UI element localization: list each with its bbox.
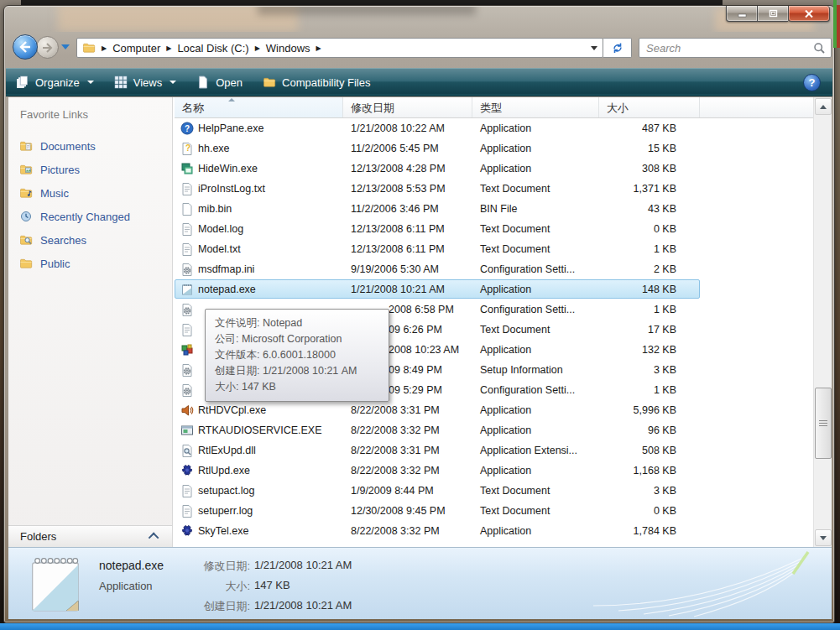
- file-name: Model.txt: [198, 243, 241, 255]
- refresh-button[interactable]: [603, 38, 632, 58]
- folders-expander[interactable]: Folders: [8, 525, 172, 547]
- column-header-4[interactable]: 大小: [599, 97, 700, 117]
- config-icon: [180, 383, 194, 397]
- file-row-rtkaudioservice-exe[interactable]: RTKAUDIOSERVICE.EXE8/22/2008 3:32 PMAppl…: [175, 420, 813, 440]
- file-row-mib-bin[interactable]: mib.bin11/2/2006 3:46 PMBIN File43 KB: [175, 199, 813, 219]
- file-date-cell: 12/13/2008 6:11 PM: [343, 223, 472, 235]
- file-row-notepad-exe[interactable]: notepad.exe1/21/2008 10:21 AMApplication…: [175, 279, 813, 299]
- blankdoc-icon: [180, 202, 194, 216]
- recent-pages-dropdown[interactable]: [61, 44, 70, 49]
- sidebar-item-recently-changed[interactable]: Recently Changed: [8, 205, 172, 228]
- forward-button[interactable]: [36, 36, 59, 59]
- forward-arrow-icon: [42, 43, 54, 53]
- file-type-cell: Text Document: [472, 183, 599, 195]
- file-name-cell: Model.txt: [175, 242, 343, 256]
- column-header-2[interactable]: 修改日期: [343, 97, 472, 117]
- file-row-rtlupd-exe[interactable]: RtlUpd.exe8/22/2008 3:32 PMApplication1,…: [175, 461, 813, 481]
- file-row-helppane-exe[interactable]: HelpPane.exe1/21/2008 10:22 AMApplicatio…: [175, 118, 813, 138]
- column-header-1[interactable]: 名称: [175, 97, 343, 117]
- column-header-label: 修改日期: [351, 102, 394, 114]
- folder-icon: [82, 41, 96, 55]
- file-row-model-log[interactable]: Model.log12/13/2008 6:11 PMText Document…: [175, 219, 813, 239]
- s-doc-icon: [19, 139, 33, 153]
- breadcrumb-item-windows[interactable]: Windows: [266, 42, 310, 55]
- favorite-links-title: Favorite Links: [8, 97, 172, 121]
- docq-icon: [180, 142, 194, 155]
- file-type-cell: Configuration Setti...: [472, 304, 599, 315]
- search-input[interactable]: [639, 42, 813, 55]
- tooltip-line: 公司: Microsoft Corporation: [215, 331, 379, 347]
- hidewin-icon: [180, 162, 194, 175]
- file-size-cell: 1,784 KB: [599, 525, 700, 537]
- file-row-skytel-exe[interactable]: SkyTel.exe8/22/2008 3:32 PMApplication1,…: [175, 521, 813, 541]
- thumb-grip: [819, 420, 827, 421]
- textdoc-icon: [180, 182, 194, 195]
- toolbar-button-views[interactable]: Views: [104, 69, 186, 96]
- file-row-setuperr-log[interactable]: setuperr.log12/30/2008 9:45 PMText Docum…: [175, 501, 813, 521]
- column-header-label: 大小: [607, 102, 629, 114]
- file-row-rtlexupd-dll[interactable]: RtlExUpd.dll8/22/2008 3:31 PMApplication…: [175, 440, 813, 461]
- close-button[interactable]: [788, 6, 830, 22]
- address-dropdown-icon[interactable]: [591, 46, 597, 50]
- title-bar[interactable]: [6, 7, 832, 32]
- back-button[interactable]: [13, 34, 38, 60]
- toolbar-button-open[interactable]: Open: [186, 69, 253, 96]
- details-field-value: 147 KB: [254, 579, 352, 594]
- file-type-cell: Text Document: [472, 243, 599, 255]
- sidebar-item-pictures[interactable]: Pictures: [8, 158, 172, 181]
- config-icon: [180, 363, 194, 377]
- file-name: notepad.exe: [198, 284, 256, 295]
- maximize-icon: [769, 9, 778, 18]
- file-type-cell: Application: [472, 143, 599, 154]
- sidebar-item-documents[interactable]: Documents: [8, 134, 172, 158]
- help-icon: [180, 122, 194, 135]
- search-icon[interactable]: [813, 42, 826, 55]
- scroll-up-button[interactable]: [815, 98, 832, 115]
- thumb-grip: [819, 425, 827, 426]
- file-type-cell: Text Document: [472, 485, 599, 497]
- scrollbar-thumb[interactable]: [815, 388, 832, 459]
- command-toolbar: OrganizeViewsOpenCompatibility Files ?: [6, 68, 832, 96]
- file-size-cell: 3 KB: [599, 485, 700, 497]
- column-header-filler: [700, 97, 813, 117]
- minimize-button[interactable]: [726, 6, 758, 22]
- toolbar-button-organize[interactable]: Organize: [6, 69, 104, 96]
- file-name-cell: msdfmap.ini: [175, 263, 343, 276]
- help-button[interactable]: ?: [803, 74, 821, 91]
- column-headers: 名称修改日期类型大小: [175, 97, 813, 118]
- file-name: RtHDVCpl.exe: [198, 404, 266, 416]
- file-name: HideWin.exe: [198, 163, 258, 174]
- maximize-button[interactable]: [758, 6, 788, 22]
- file-name-cell: RtHDVCpl.exe: [175, 404, 343, 417]
- file-row-model-txt[interactable]: Model.txt12/13/2008 6:11 PMText Document…: [175, 239, 813, 259]
- chevron-down-icon: [87, 81, 94, 84]
- file-type-cell: Application: [472, 163, 599, 174]
- textdoc-icon: [180, 323, 194, 336]
- organize-icon: [16, 75, 29, 89]
- file-row-rthdvcpl-exe[interactable]: RtHDVCpl.exe8/22/2008 3:31 PMApplication…: [175, 400, 813, 420]
- scroll-down-button[interactable]: [815, 529, 832, 546]
- details-field-label: 修改日期:: [176, 559, 250, 574]
- file-row-iproinstlog-txt[interactable]: iProInstLog.txt12/13/2008 5:53 PMText Do…: [175, 179, 813, 199]
- sidebar-item-searches[interactable]: Searches: [8, 228, 172, 252]
- vertical-scrollbar[interactable]: [813, 97, 832, 547]
- file-row-hidewin-exe[interactable]: HideWin.exe12/13/2008 4:28 PMApplication…: [175, 159, 813, 179]
- column-header-3[interactable]: 类型: [472, 97, 599, 117]
- close-icon: [804, 9, 814, 18]
- file-row-msdfmap-ini[interactable]: msdfmap.ini9/19/2006 5:30 AMConfiguratio…: [175, 259, 813, 279]
- address-breadcrumb-bar[interactable]: ▶Computer▶Local Disk (C:)▶Windows▶: [76, 38, 603, 58]
- glass-reflection: [258, 7, 476, 15]
- file-date-cell: 12/13/2008 4:28 PM: [343, 163, 472, 174]
- sidebar-item-music[interactable]: Music: [8, 181, 172, 205]
- file-row-hh-exe[interactable]: hh.exe11/2/2006 5:45 PMApplication15 KB: [175, 138, 813, 159]
- file-date-cell: 1/21/2008 10:22 AM: [343, 122, 472, 134]
- breadcrumb-item-local-disk-c-[interactable]: Local Disk (C:): [177, 42, 248, 55]
- toolbar-button-compatibility-files[interactable]: Compatibility Files: [253, 69, 380, 96]
- sidebar-item-public[interactable]: Public: [8, 252, 172, 275]
- decorative-swoosh: [577, 550, 828, 617]
- breadcrumb-item-computer[interactable]: Computer: [112, 42, 160, 55]
- triangle-down-icon: [820, 536, 827, 540]
- file-row-setupact-log[interactable]: setupact.log1/9/2009 8:44 PMText Documen…: [175, 481, 813, 501]
- tooltip-line: 文件说明: Notepad: [215, 315, 379, 331]
- speaker-icon: [180, 404, 194, 417]
